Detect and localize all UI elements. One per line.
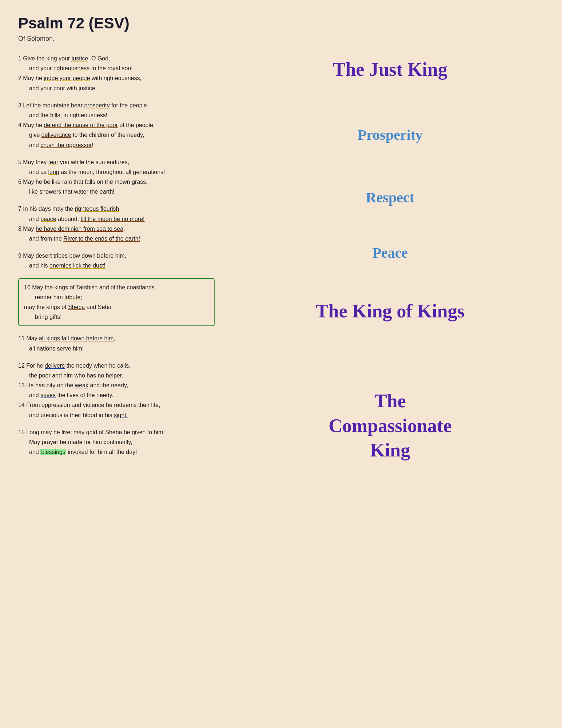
verse-1-line-2: and your righteousness to the royal son! xyxy=(18,63,215,73)
verse-3-line-2: and the hills, in righteousness! xyxy=(18,110,215,120)
label-just-king: The Just King xyxy=(236,57,544,82)
verse-5-line-2: and as long as the moon, throughout all … xyxy=(18,167,215,177)
verse-10-line-2: render him tribute; xyxy=(24,292,209,302)
verse-13-line-1: 13 He has pity on the weak and the needy… xyxy=(18,380,215,390)
verse-15-line-2: May prayer be made for him continually, xyxy=(18,437,215,447)
verse-10-line-4: bring gifts! xyxy=(24,312,209,322)
verse-7-line-1: 7 In his days may the righteous flourish… xyxy=(18,204,215,214)
label-compassionate-king: The Compassionate King xyxy=(236,389,544,463)
verse-4-line-3: and crush the oppressor! xyxy=(18,140,215,150)
verse-5-line-1: 5 May they fear you while the sun endure… xyxy=(18,157,215,167)
verse-3-line-1: 3 Let the mountains bear prosperity for … xyxy=(18,100,215,110)
verse-1-line-1: 1 Give the king your justice, O God, xyxy=(18,54,215,63)
verse-4-line-2: give deliverance to the children of the … xyxy=(18,130,215,140)
verse-group-1-2: 1 Give the king your justice, O God, and… xyxy=(18,54,215,93)
verse-group-5-6: 5 May they fear you while the sun endure… xyxy=(18,157,215,197)
verse-13-line-2: and saves the lives of the needy. xyxy=(18,390,215,400)
verse-group-3-4: 3 Let the mountains bear prosperity for … xyxy=(18,100,215,150)
label-peace: Peace xyxy=(236,244,544,262)
verse-15-line-3: and blessings invoked for him all the da… xyxy=(18,447,215,457)
verse-2-line-1: 2 May he judge your people with righteou… xyxy=(18,73,215,83)
label-king-of-kings: The King of Kings xyxy=(236,299,544,324)
verse-9-line-1: 9 May desert tribes bow down before him, xyxy=(18,251,215,261)
verse-8-line-1: 8 May he have dominion from sea to sea, xyxy=(18,224,215,234)
verse-10-box: 10 May the kings of Tarshish and of the … xyxy=(18,278,215,327)
label-respect: Respect xyxy=(236,188,544,207)
verse-6-line-2: like showers that water the earth! xyxy=(18,187,215,197)
verse-group-11: 11 May all kings fall down before him, a… xyxy=(18,333,215,353)
verse-12-line-2: the poor and him who has no helper. xyxy=(18,371,215,380)
verse-14-line-2: and precious is their blood in his sight… xyxy=(18,410,215,420)
verse-2-line-2: and your poor with justice xyxy=(18,83,215,93)
page-subtitle: Of Solomon. xyxy=(18,35,544,43)
verse-group-9: 9 May desert tribes bow down before him,… xyxy=(18,251,215,270)
psalm-text: 1 Give the king your justice, O God, and… xyxy=(18,54,222,464)
sidebar-labels: The Just King Prosperity Respect Peace T… xyxy=(222,54,544,463)
verse-7-line-2: and peace abound, till the moon be no mo… xyxy=(18,214,215,224)
label-prosperity: Prosperity xyxy=(236,126,544,145)
page-title: Psalm 72 (ESV) xyxy=(18,15,544,32)
verse-group-7-8: 7 In his days may the righteous flourish… xyxy=(18,204,215,244)
verse-group-15: 15 Long may he live; may gold of Sheba b… xyxy=(18,427,215,457)
verse-15-line-1: 15 Long may he live; may gold of Sheba b… xyxy=(18,427,215,437)
verse-11-line-1: 11 May all kings fall down before him, xyxy=(18,333,215,343)
verse-group-12-14: 12 For he delivers the needy when he cal… xyxy=(18,361,215,420)
verse-4-line-1: 4 May he defend the cause of the poor of… xyxy=(18,120,215,130)
verse-10-line-3: may the kings of Sheba and Seba xyxy=(24,302,209,312)
verse-6-line-1: 6 May he be like rain that falls on the … xyxy=(18,177,215,187)
verse-10-line-1: 10 May the kings of Tarshish and of the … xyxy=(24,282,209,292)
verse-14-line-1: 14 From oppression and violence he redee… xyxy=(18,400,215,410)
verse-11-line-2: all nations serve him! xyxy=(18,344,215,353)
verse-9-line-2: and his enemies lick the dust! xyxy=(18,261,215,270)
verse-12-line-1: 12 For he delivers the needy when he cal… xyxy=(18,361,215,371)
verse-8-line-2: and from the River to the ends of the ea… xyxy=(18,234,215,244)
